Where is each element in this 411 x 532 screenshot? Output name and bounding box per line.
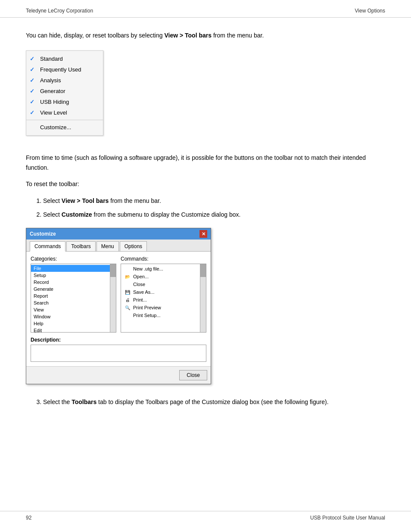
cmd-label-close: Close <box>133 282 145 287</box>
customize-dialog: Customize ✕ Commands Toolbars Menu Optio… <box>26 228 211 384</box>
step3-text2: tab to display the Toolbars page of the … <box>97 398 328 405</box>
step1-text1: Select <box>43 197 62 204</box>
menu-label-customize: Customize... <box>40 124 71 131</box>
intro-bold: View > Tool bars <box>164 32 212 39</box>
dialog-close-button[interactable]: Close <box>179 370 207 380</box>
category-help[interactable]: Help <box>31 320 116 327</box>
cmd-icon-close <box>124 281 131 287</box>
checkmark-generator: ✓ <box>30 88 36 94</box>
menu-label-analysis: Analysis <box>40 77 61 84</box>
commands-scrollbar[interactable] <box>200 264 206 332</box>
category-setup[interactable]: Setup <box>31 272 116 279</box>
step3-text1: Select the <box>43 398 72 405</box>
header-right: View Options <box>355 8 385 14</box>
tab-options[interactable]: Options <box>120 241 147 251</box>
menu-item-frequently-used[interactable]: ✓ Frequently Used <box>26 64 103 75</box>
cmd-icon-save: 💾 <box>124 289 131 295</box>
menu-item-usb-hiding[interactable]: ✓ USB Hiding <box>26 96 103 107</box>
cmd-label-open: Open... <box>133 274 149 279</box>
command-open[interactable]: 📂 Open... <box>121 273 206 280</box>
categories-listbox[interactable]: File Setup Record Generate Report Search… <box>31 264 116 333</box>
categories-col: Categories: File Setup Record Generate R… <box>31 256 116 333</box>
cmd-icon-print: 🖨 <box>124 297 131 303</box>
command-print-setup[interactable]: Print Setup... <box>121 311 206 319</box>
cmd-label-print-preview: Print Preview <box>133 305 161 310</box>
dialog-description: Description: <box>31 337 206 362</box>
step-2: Select Customize from the submenu to dis… <box>43 210 385 219</box>
menu-item-generator[interactable]: ✓ Generator <box>26 86 103 96</box>
command-print[interactable]: 🖨 Print... <box>121 296 206 304</box>
checkmark-usb-hiding: ✓ <box>30 99 36 105</box>
command-new-utg[interactable]: New .utg file... <box>121 265 206 273</box>
step1-bold: View > Tool bars <box>62 197 109 204</box>
description-box <box>31 345 206 362</box>
cmd-icon-print-preview: 🔍 <box>124 305 131 311</box>
dialog-close-x-button[interactable]: ✕ <box>199 230 207 238</box>
footer-left: 92 <box>26 515 31 521</box>
dialog-body: Categories: File Setup Record Generate R… <box>26 252 211 366</box>
checkmark-frequently-used: ✓ <box>30 66 36 73</box>
category-search[interactable]: Search <box>31 299 116 306</box>
checkmark-standard: ✓ <box>30 56 36 62</box>
step2-text1: Select <box>43 211 62 218</box>
menu-item-analysis[interactable]: ✓ Analysis <box>26 75 103 86</box>
tab-toolbars[interactable]: Toolbars <box>66 241 95 251</box>
menu-label-standard: Standard <box>40 56 63 62</box>
step1-text2: from the menu bar. <box>109 197 161 204</box>
dialog-titlebar: Customize ✕ <box>26 228 211 240</box>
menu-separator <box>26 120 103 120</box>
category-report[interactable]: Report <box>31 292 116 299</box>
category-view[interactable]: View <box>31 306 116 313</box>
menu-label-frequently-used: Frequently Used <box>40 66 81 73</box>
commands-label: Commands: <box>121 256 206 262</box>
step-3: Select the Toolbars tab to display the T… <box>43 397 385 407</box>
toolbar-menu-screenshot: ✓ Standard ✓ Frequently Used ✓ Analysis … <box>26 50 103 136</box>
page-header: Teledyne LeCroy Corporation View Options <box>0 0 411 18</box>
step3-list: Select the Toolbars tab to display the T… <box>43 397 385 407</box>
cmd-icon-new <box>124 266 131 272</box>
menu-item-view-level[interactable]: ✓ View Level <box>26 107 103 118</box>
commands-listbox[interactable]: New .utg file... 📂 Open... Close <box>121 264 206 333</box>
categories-label: Categories: <box>31 256 116 262</box>
footer-right: USB Protocol Suite User Manual <box>310 515 385 521</box>
tab-menu[interactable]: Menu <box>97 241 119 251</box>
category-file[interactable]: File <box>31 265 116 272</box>
step2-text2: from the submenu to display the Customiz… <box>92 211 241 218</box>
categories-scrollbar[interactable] <box>110 264 116 332</box>
category-edit[interactable]: Edit <box>31 327 116 333</box>
command-save-as[interactable]: 💾 Save As... <box>121 288 206 296</box>
category-window[interactable]: Window <box>31 313 116 320</box>
body-paragraph-1: From time to time (such as following a s… <box>26 153 385 172</box>
commands-list: New .utg file... 📂 Open... Close <box>121 264 206 320</box>
menu-label-usb-hiding: USB Hiding <box>40 99 69 105</box>
intro-text1: You can hide, display, or reset toolbars… <box>26 32 164 39</box>
category-record[interactable]: Record <box>31 279 116 286</box>
description-label: Description: <box>31 337 206 343</box>
menu-item-standard[interactable]: ✓ Standard <box>26 53 103 64</box>
page-footer: 92 USB Protocol Suite User Manual <box>0 511 411 524</box>
dialog-tabs: Commands Toolbars Menu Options <box>26 240 211 252</box>
intro-text2: from the menu bar. <box>212 32 264 39</box>
step-1: Select View > Tool bars from the menu ba… <box>43 196 385 205</box>
cmd-icon-open: 📂 <box>124 274 131 280</box>
dialog-footer: Close <box>26 366 211 384</box>
intro-paragraph: You can hide, display, or reset toolbars… <box>26 31 385 40</box>
step3-bold: Toolbars <box>72 398 97 405</box>
category-generate[interactable]: Generate <box>31 286 116 292</box>
dialog-title: Customize <box>30 231 56 237</box>
commands-col: Commands: New .utg file... 📂 Open... <box>121 256 206 333</box>
menu-label-generator: Generator <box>40 88 65 94</box>
checkmark-analysis: ✓ <box>30 77 36 84</box>
command-print-preview[interactable]: 🔍 Print Preview <box>121 304 206 311</box>
tab-commands[interactable]: Commands <box>30 241 65 252</box>
cmd-label-new: New .utg file... <box>133 266 163 271</box>
checkmark-view-level: ✓ <box>30 109 36 116</box>
categories-scrollbar-thumb <box>110 264 116 277</box>
menu-item-customize[interactable]: Customize... <box>26 122 103 133</box>
dialog-columns: Categories: File Setup Record Generate R… <box>31 256 206 333</box>
command-close[interactable]: Close <box>121 280 206 288</box>
categories-list: File Setup Record Generate Report Search… <box>31 264 116 333</box>
cmd-label-print-setup: Print Setup... <box>133 313 161 318</box>
commands-scrollbar-thumb <box>200 264 206 277</box>
cmd-label-save-as: Save As... <box>133 289 155 295</box>
